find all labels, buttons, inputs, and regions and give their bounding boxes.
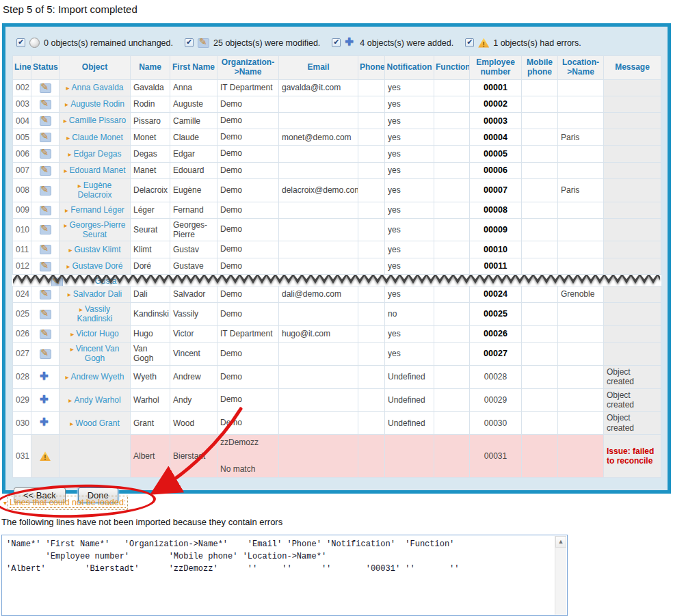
cell-name: Léger <box>131 202 170 218</box>
object-link[interactable]: Wood Grant <box>75 418 119 428</box>
cell-location <box>558 79 604 96</box>
object-link[interactable]: Vincent Van Gogh <box>76 344 120 363</box>
cell-function <box>434 96 470 112</box>
column-header: Function <box>434 56 470 80</box>
disclosure-arrow-icon: ▸ <box>70 345 74 353</box>
summary-added: 4 objects(s) were added. <box>332 38 453 48</box>
cell-notification: yes <box>385 112 434 129</box>
cell-status <box>31 178 60 202</box>
cell-line: 031 <box>13 435 31 478</box>
cell-first-name: Camille <box>170 112 217 129</box>
cell-mobile-phone <box>522 435 558 478</box>
table-row: 027 ▸Vincent Van Gogh Van Gogh Vincent D… <box>13 343 661 366</box>
cell-phone <box>358 129 385 146</box>
textarea-scrollbar[interactable]: ▲ <box>555 536 566 615</box>
object-link[interactable]: Claude Monet <box>72 133 123 142</box>
object-link[interactable]: Georges-Pierre Seurat <box>70 220 126 239</box>
object-link[interactable]: Andrew Wyeth <box>71 372 124 381</box>
object-link[interactable]: Auguste Rodin <box>70 99 124 109</box>
cell-mobile-phone <box>522 162 558 178</box>
object-link[interactable]: Gustav Klimt <box>75 245 121 254</box>
object-link[interactable]: Salvador Dali <box>73 289 122 299</box>
cell-email: gavalda@it.com <box>279 79 358 96</box>
cell-first-name: Claude <box>170 129 217 146</box>
object-link[interactable]: Victor Hugo <box>76 329 118 338</box>
cell-location <box>558 258 604 274</box>
pencil-icon <box>40 133 51 142</box>
cell-location <box>558 325 604 342</box>
cell-notification: yes <box>385 178 434 202</box>
cell-object: ▸Edouard Manet <box>60 162 131 178</box>
summary-modified: 25 objects(s) were modified. <box>185 38 320 48</box>
cell-mobile-phone <box>522 146 558 162</box>
cell-organization: Demo <box>217 218 279 241</box>
cell-employee-number: 00001 <box>470 79 522 96</box>
unchanged-checkbox[interactable] <box>16 38 25 47</box>
cell-message <box>604 343 661 366</box>
lines-not-loaded-link[interactable]: Lines that could not be loaded: <box>10 498 126 508</box>
disclosure-arrow-icon: ▸ <box>68 150 71 158</box>
cell-location <box>558 218 604 241</box>
cell-phone <box>358 162 385 178</box>
cell-mobile-phone <box>522 241 558 258</box>
cell-notification: yes <box>385 286 434 302</box>
pencil-icon <box>40 225 51 235</box>
cell-function <box>434 303 470 326</box>
cell-organization: Demo <box>217 162 279 178</box>
cell-line: 007 <box>13 162 31 178</box>
cell-line: 010 <box>13 218 31 241</box>
cell-first-name: Eugène <box>170 178 217 202</box>
cell-phone <box>358 258 385 274</box>
cell-message <box>604 202 661 218</box>
table-row: 028 ▸Andrew Wyeth Wyeth Andrew Demo Unde… <box>13 365 661 388</box>
error-lines-textarea[interactable]: 'Name*' 'First Name*' 'Organization->Nam… <box>1 535 568 616</box>
cell-phone <box>358 388 385 412</box>
cell-status <box>31 162 60 178</box>
torn-paper-zigzag <box>13 275 660 286</box>
object-link[interactable]: Andy Warhol <box>74 395 120 405</box>
scroll-up-icon[interactable]: ▲ <box>555 536 566 548</box>
cell-mobile-phone <box>522 202 558 218</box>
cell-message <box>604 218 661 241</box>
added-checkbox[interactable] <box>332 38 341 47</box>
errors-checkbox[interactable] <box>465 38 474 47</box>
cell-phone <box>358 286 385 302</box>
modified-checkbox[interactable] <box>185 38 194 47</box>
cell-employee-number: 00002 <box>470 96 522 112</box>
cell-first-name: Vincent <box>170 343 217 366</box>
object-link[interactable]: Gustave Doré <box>72 261 122 271</box>
cell-notification: yes <box>385 162 434 178</box>
cell-employee-number: 00010 <box>470 241 522 258</box>
cell-object: ▸Auguste Rodin <box>60 96 131 112</box>
cell-email <box>279 112 358 129</box>
cell-object: ▸Gustave Doré <box>60 258 131 274</box>
cell-location <box>558 112 604 129</box>
cell-email <box>279 303 358 326</box>
cell-location: Grenoble <box>558 286 604 302</box>
object-link[interactable]: Eugène Delacroix <box>77 180 111 200</box>
object-link[interactable]: Camille Pissaro <box>69 116 126 125</box>
cell-line: 006 <box>13 146 31 162</box>
cell-status <box>31 79 60 96</box>
cell-employee-number: 00005 <box>470 146 522 162</box>
cell-object: ▸Victor Hugo <box>60 325 131 342</box>
warning-icon <box>478 38 489 48</box>
cell-first-name: Edgar <box>170 146 217 162</box>
cell-line: 024 <box>13 286 31 302</box>
cell-object: ▸Andy Warhol <box>60 388 131 412</box>
cell-status <box>31 365 60 388</box>
cell-email <box>279 162 358 178</box>
cell-line: 026 <box>13 325 31 342</box>
cell-mobile-phone <box>522 96 558 112</box>
cell-employee-number: 00031 <box>470 435 522 478</box>
column-header: Phone <box>358 56 385 80</box>
object-link[interactable]: Anna Gavalda <box>71 83 123 92</box>
disclosure-arrow-icon: ▸ <box>68 397 72 404</box>
plus-icon <box>40 372 51 382</box>
object-link[interactable]: Edouard Manet <box>69 165 125 175</box>
cell-object: ▸Camille Pissaro <box>60 112 131 129</box>
cell-mobile-phone <box>522 388 558 412</box>
disclosure-arrow-icon: ▸ <box>78 182 81 189</box>
object-link[interactable]: Edgar Degas <box>73 149 121 159</box>
object-link[interactable]: Fernand Léger <box>70 205 124 215</box>
